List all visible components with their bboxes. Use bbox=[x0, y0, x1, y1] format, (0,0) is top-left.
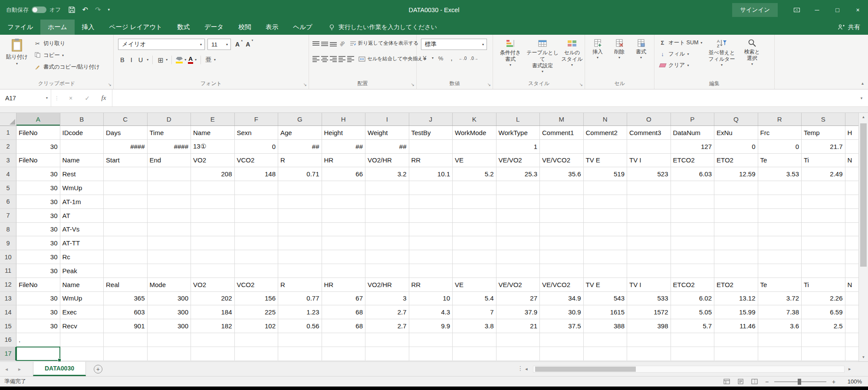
cell-G13[interactable]: 0.77 bbox=[278, 292, 322, 306]
cell-A6[interactable]: 30 bbox=[16, 195, 60, 209]
zoom-out-button[interactable]: − bbox=[761, 378, 773, 385]
cell-E14[interactable]: 184 bbox=[191, 305, 235, 319]
cell-G4[interactable]: 0.71 bbox=[278, 167, 322, 181]
cell-K10[interactable] bbox=[453, 250, 496, 264]
clear-button[interactable]: クリア ▾ bbox=[659, 62, 702, 69]
cell-C3[interactable]: Start bbox=[104, 154, 148, 168]
cell-I3[interactable]: VO2/HR bbox=[365, 154, 409, 168]
cell-E16[interactable] bbox=[191, 333, 235, 347]
cell-M17[interactable] bbox=[540, 347, 584, 361]
delete-cells-button[interactable]: 削除 ▾ bbox=[608, 36, 630, 59]
cell-C4[interactable] bbox=[104, 167, 148, 181]
cell-P7[interactable] bbox=[671, 209, 715, 223]
tab-review[interactable]: 校閲 bbox=[231, 20, 258, 35]
cell-L6[interactable] bbox=[496, 195, 540, 209]
cell-C16[interactable] bbox=[104, 333, 148, 347]
cell-G5[interactable] bbox=[278, 181, 322, 195]
cell-J13[interactable]: 10 bbox=[409, 292, 453, 306]
cell-T17[interactable] bbox=[845, 347, 858, 361]
cell-G6[interactable] bbox=[278, 195, 322, 209]
cell-D12[interactable]: Mode bbox=[148, 278, 191, 292]
insert-function-icon[interactable]: fx bbox=[95, 89, 112, 106]
number-format-dropdown-icon[interactable]: ▾ bbox=[479, 43, 484, 46]
font-dialog-launcher-icon[interactable]: ↘ bbox=[303, 82, 307, 87]
cell-T9[interactable] bbox=[845, 236, 858, 250]
cell-S17[interactable] bbox=[802, 347, 845, 361]
cell-F17[interactable] bbox=[235, 347, 279, 361]
cell-B1[interactable]: IDcode bbox=[60, 126, 104, 140]
cell-H2[interactable]: ## bbox=[322, 140, 366, 154]
cell-B15[interactable]: Recv bbox=[60, 319, 104, 333]
cell-O17[interactable] bbox=[627, 347, 671, 361]
column-header-K[interactable]: K bbox=[453, 113, 496, 126]
cell-D9[interactable] bbox=[148, 236, 191, 250]
cell-N2[interactable] bbox=[584, 140, 628, 154]
cell-M14[interactable]: 30.9 bbox=[540, 305, 584, 319]
cell-I8[interactable] bbox=[365, 223, 409, 237]
cell-Q6[interactable] bbox=[714, 195, 758, 209]
cell-Q16[interactable] bbox=[714, 333, 758, 347]
cell-C6[interactable] bbox=[104, 195, 148, 209]
column-header-C[interactable]: C bbox=[104, 113, 148, 126]
cell-D14[interactable]: 300 bbox=[148, 305, 191, 319]
cell-H10[interactable] bbox=[322, 250, 366, 264]
zoom-in-button[interactable]: + bbox=[828, 378, 839, 385]
cell-N9[interactable] bbox=[584, 236, 628, 250]
cell-L4[interactable]: 25.3 bbox=[496, 167, 540, 181]
borders-button[interactable]: ⊞ bbox=[157, 56, 164, 64]
cell-A16[interactable]: . bbox=[16, 333, 60, 347]
cell-J3[interactable]: RR bbox=[409, 154, 453, 168]
cell-G16[interactable] bbox=[278, 333, 322, 347]
cell-H8[interactable] bbox=[322, 223, 366, 237]
cell-M4[interactable]: 35.6 bbox=[540, 167, 584, 181]
cell-K15[interactable]: 3.8 bbox=[453, 319, 496, 333]
column-header-R[interactable]: R bbox=[758, 113, 802, 126]
cell-S12[interactable]: Ti bbox=[802, 278, 845, 292]
cell-D15[interactable]: 300 bbox=[148, 319, 191, 333]
cell-G15[interactable]: 0.56 bbox=[278, 319, 322, 333]
cell-O12[interactable]: TV I bbox=[627, 278, 671, 292]
cell-P9[interactable] bbox=[671, 236, 715, 250]
cell-H15[interactable]: 68 bbox=[322, 319, 366, 333]
format-as-table-button[interactable]: テーブルとして 書式設定 ▾ bbox=[526, 36, 559, 73]
cell-L13[interactable]: 27 bbox=[496, 292, 540, 306]
cell-S15[interactable]: 2.5 bbox=[802, 319, 845, 333]
cell-H7[interactable] bbox=[322, 209, 366, 223]
cell-H5[interactable] bbox=[322, 181, 366, 195]
conditional-formatting-button[interactable]: 条件付き 書式 ▾ bbox=[495, 36, 526, 67]
cell-B16[interactable] bbox=[60, 333, 104, 347]
cell-styles-button[interactable]: セルの スタイル ▾ bbox=[559, 36, 585, 67]
cell-E9[interactable] bbox=[191, 236, 235, 250]
sort-filter-dropdown-icon[interactable]: ▾ bbox=[721, 63, 723, 67]
cell-M16[interactable] bbox=[540, 333, 584, 347]
cell-D2[interactable]: #### bbox=[148, 140, 191, 154]
cell-B11[interactable]: Peak bbox=[60, 264, 104, 278]
clipboard-dialog-launcher-icon[interactable]: ↘ bbox=[108, 82, 112, 87]
bold-button[interactable]: B bbox=[118, 56, 127, 63]
cell-M12[interactable]: VE/VCO2 bbox=[540, 278, 584, 292]
cell-M7[interactable] bbox=[540, 209, 584, 223]
cell-O7[interactable] bbox=[627, 209, 671, 223]
cell-O6[interactable] bbox=[627, 195, 671, 209]
row-header-2[interactable]: 2 bbox=[0, 140, 16, 154]
cell-A15[interactable]: 30 bbox=[16, 319, 60, 333]
cell-L1[interactable]: WorkType bbox=[496, 126, 540, 140]
cell-R10[interactable] bbox=[758, 250, 802, 264]
cell-P6[interactable] bbox=[671, 195, 715, 209]
borders-dropdown-icon[interactable]: ▾ bbox=[166, 58, 168, 62]
cell-H14[interactable]: 68 bbox=[322, 305, 366, 319]
cell-T1[interactable]: H bbox=[845, 126, 858, 140]
cell-F2[interactable]: 0 bbox=[235, 140, 279, 154]
cell-K6[interactable] bbox=[453, 195, 496, 209]
cell-S10[interactable] bbox=[802, 250, 845, 264]
cell-L7[interactable] bbox=[496, 209, 540, 223]
horizontal-scrollbar[interactable] bbox=[533, 366, 845, 373]
cell-F15[interactable]: 102 bbox=[235, 319, 279, 333]
cell-T7[interactable] bbox=[845, 209, 858, 223]
font-name-dropdown-icon[interactable]: ▾ bbox=[197, 43, 202, 46]
cell-L14[interactable]: 37.9 bbox=[496, 305, 540, 319]
cell-Q14[interactable]: 15.99 bbox=[714, 305, 758, 319]
conditional-formatting-dropdown-icon[interactable]: ▾ bbox=[510, 63, 511, 67]
copy-dropdown-icon[interactable]: ▾ bbox=[62, 54, 64, 57]
cell-O3[interactable]: TV I bbox=[627, 154, 671, 168]
